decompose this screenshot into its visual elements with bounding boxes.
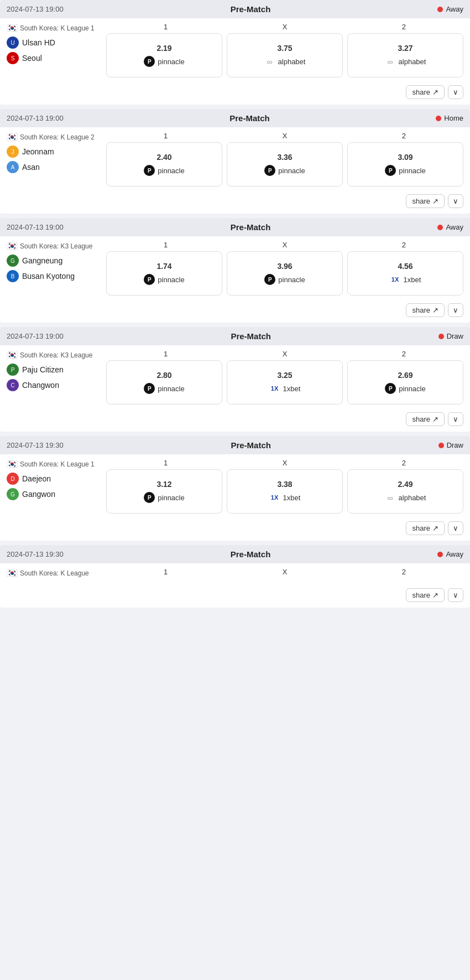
odds-card-2[interactable]: 3.38 1X 1xbet [227,469,343,514]
teams-info: 🇰🇷 South Korea: K League 1 U Ulsan HD S … [7,23,106,64]
odds-card-2[interactable]: 3.75 ∞ alphabet [227,33,343,77]
chevron-down-button[interactable]: ∨ [448,303,463,317]
match-datetime: 2024-07-13 19:00 [7,5,64,13]
odds-value-2: 3.38 [277,480,292,489]
team2-entry: G Gangwon [7,488,102,500]
match-body: 🇰🇷 South Korea: K League 1 X 2 [0,563,470,585]
match-status: Away [437,223,463,231]
odds-cards: 3.12 P pinnacle 3.38 1X 1xbet 2.49 ∞ alp… [106,469,463,514]
share-button[interactable]: share ↗ [406,588,445,602]
chevron-down-icon: ∨ [453,197,458,205]
prematch-label: Pre-Match [68,113,432,123]
status-dot [437,7,443,12]
share-button[interactable]: share ↗ [406,194,445,208]
chevron-down-button[interactable]: ∨ [448,521,463,535]
share-button[interactable]: share ↗ [406,303,445,317]
odds-card-3[interactable]: 4.56 1X 1xbet [347,251,463,295]
team1-name: Gangneung [22,256,62,265]
match-block-3: 2024-07-13 19:00 Pre-Match Away 🇰🇷 South… [0,218,470,323]
chevron-down-icon: ∨ [453,415,458,423]
chevron-down-button[interactable]: ∨ [448,194,463,208]
match-header: 2024-07-13 19:00 Pre-Match Draw [0,327,470,345]
odds-value-2: 3.36 [277,153,292,162]
flag-icon: 🇰🇷 [7,350,18,360]
bookmaker-row-1: P pinnacle [144,383,184,394]
outcome-1-label: 1 [106,568,225,576]
match-status: Away [437,5,463,13]
chevron-down-icon: ∨ [453,524,458,532]
odds-labels: 1 X 2 [106,23,463,33]
match-body: 🇰🇷 South Korea: K League 2 J Jeonnam A A… [0,127,470,191]
odds-labels: 1 X 2 [106,241,463,251]
prematch-label: Pre-Match [68,222,434,232]
match-block-1: 2024-07-13 19:00 Pre-Match Away 🇰🇷 South… [0,0,470,105]
odds-section: 1 X 2 2.80 P pinnacle 3.25 1X 1x [106,350,463,405]
odds-card-1[interactable]: 1.74 P pinnacle [106,251,222,295]
prematch-label: Pre-Match [68,549,434,559]
league-name: 🇰🇷 South Korea: K League 1 [7,23,102,33]
bookmaker-row-2: P pinnacle [264,165,305,176]
teams-info: 🇰🇷 South Korea: K3 League P Paju Citizen… [7,350,106,391]
match-body: 🇰🇷 South Korea: K3 League P Paju Citizen… [0,345,470,409]
chevron-down-button[interactable]: ∨ [448,412,463,426]
odds-section: 1 X 2 3.12 P pinnacle 3.38 1X 1x [106,459,463,514]
odds-value-2: 3.75 [277,44,292,53]
chevron-down-icon: ∨ [453,306,458,314]
teams-row: 🇰🇷 South Korea: K League 1 U Ulsan HD S … [7,23,463,77]
outcome-1-label: 1 [106,459,225,467]
league-text: South Korea: K3 League [20,242,92,250]
odds-card-1[interactable]: 3.12 P pinnacle [106,469,222,514]
flag-icon: 🇰🇷 [7,568,18,578]
odds-card-1[interactable]: 2.19 P pinnacle [106,33,222,77]
odds-value-3: 4.56 [398,262,412,271]
prematch-label: Pre-Match [68,440,434,450]
odds-card-2[interactable]: 3.36 P pinnacle [227,142,343,186]
team2-name: Busan Kyotong [22,272,75,281]
match-status: Home [436,114,463,122]
odds-card-1[interactable]: 2.40 P pinnacle [106,142,222,186]
team1-entry: G Gangneung [7,255,102,267]
team1-name: Paju Citizen [22,365,64,374]
teams-row: 🇰🇷 South Korea: K League 2 J Jeonnam A A… [7,132,463,186]
odds-card-2[interactable]: 3.96 P pinnacle [227,251,343,295]
share-button[interactable]: share ↗ [406,85,445,99]
league-name: 🇰🇷 South Korea: K3 League [7,350,102,360]
share-icon: ↗ [432,591,438,599]
share-button[interactable]: share ↗ [406,412,445,426]
outcome-2-label: 2 [344,350,463,358]
match-datetime: 2024-07-13 19:30 [7,550,64,558]
odds-section: 1 X 2 2.19 P pinnacle 3.75 ∞ alp [106,23,463,77]
chevron-down-icon: ∨ [453,88,458,96]
status-text: Away [446,5,463,13]
outcome-x-label: X [225,350,344,358]
flag-icon: 🇰🇷 [7,241,18,251]
bookmaker-row-1: P pinnacle [144,492,184,503]
share-row: share ↗ ∨ [0,585,470,608]
chevron-down-button[interactable]: ∨ [448,588,463,602]
chevron-down-button[interactable]: ∨ [448,85,463,99]
odds-card-3[interactable]: 3.27 ∞ alphabet [347,33,463,77]
teams-row: 🇰🇷 South Korea: K3 League P Paju Citizen… [7,350,463,405]
teams-info: 🇰🇷 South Korea: K League [7,568,106,580]
bookmaker-row-1: P pinnacle [144,274,184,285]
share-button[interactable]: share ↗ [406,521,445,535]
odds-value-3: 2.49 [398,480,412,489]
match-header: 2024-07-13 19:30 Pre-Match Away [0,545,470,563]
odds-value-2: 3.25 [277,371,292,380]
odds-card-1[interactable]: 2.80 P pinnacle [106,360,222,405]
outcome-x-label: X [225,568,344,576]
outcome-1-label: 1 [106,241,225,249]
status-text: Away [446,550,463,558]
odds-card-2[interactable]: 3.25 1X 1xbet [227,360,343,405]
odds-card-3[interactable]: 2.69 P pinnacle [347,360,463,405]
teams-row: 🇰🇷 South Korea: K League 1 X 2 [7,568,463,580]
match-status: Away [437,550,463,558]
teams-info: 🇰🇷 South Korea: K League 2 J Jeonnam A A… [7,132,106,173]
share-icon: ↗ [432,415,438,423]
odds-card-3[interactable]: 3.09 P pinnacle [347,142,463,186]
outcome-x-label: X [225,459,344,467]
league-text: South Korea: K League 1 [20,24,95,32]
odds-card-3[interactable]: 2.49 ∞ alphabet [347,469,463,514]
odds-labels: 1 X 2 [106,132,463,142]
match-body: 🇰🇷 South Korea: K League 1 U Ulsan HD S … [0,18,470,82]
